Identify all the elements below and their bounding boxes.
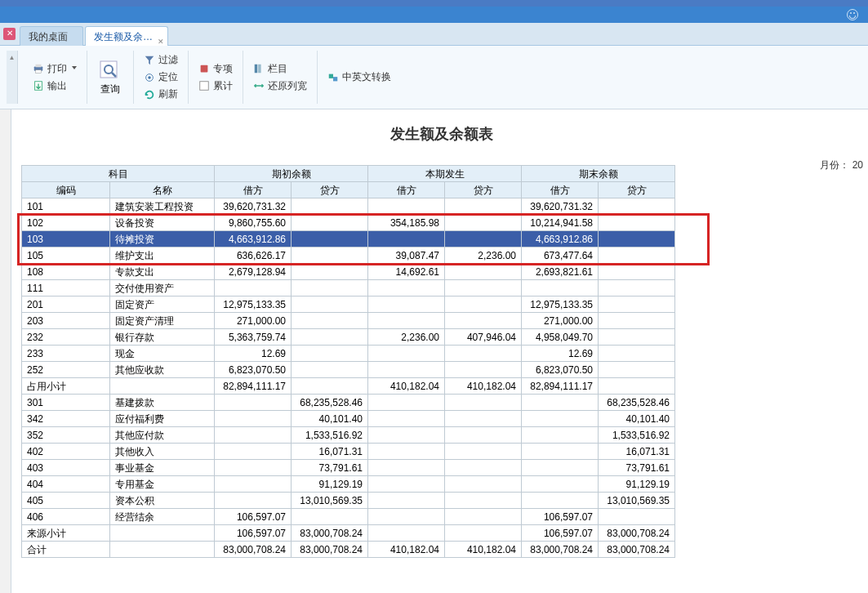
close-icon[interactable]: ✕ (158, 32, 164, 51)
special-label: 专项 (213, 62, 233, 76)
column-button[interactable]: 栏目 (250, 60, 310, 78)
ribbon-group-query: 查询 (87, 51, 134, 104)
refresh-label: 刷新 (158, 87, 178, 101)
svg-rect-14 (333, 77, 337, 81)
ribbon-group-cols: 栏目 还原列宽 (243, 51, 318, 104)
ribbon-group-opts: 专项 累计 (189, 51, 243, 104)
app-header-bar (0, 7, 868, 23)
funnel-icon (144, 55, 155, 66)
svg-rect-11 (255, 65, 258, 74)
magnifier-icon (99, 58, 122, 81)
ribbon-group-lang: 中英文转换 (318, 51, 401, 104)
svg-rect-12 (258, 65, 261, 74)
lang-button[interactable]: 中英文转换 (324, 69, 394, 86)
ribbon-gutter: ▲ (7, 51, 18, 104)
lang-label: 中英文转换 (342, 70, 391, 84)
window-title-bar (0, 0, 868, 7)
width-icon (253, 80, 265, 91)
tab-desktop[interactable]: 我的桌面 (20, 26, 83, 46)
svg-rect-2 (36, 70, 42, 74)
ribbon-group-view: 过滤 定位 刷新 (134, 51, 189, 104)
tag-icon (198, 63, 210, 74)
tab-label: 发生额及余… (94, 31, 153, 42)
restore-width-button[interactable]: 还原列宽 (250, 78, 310, 95)
chevron-down-icon (72, 66, 77, 71)
checkbox-icon (198, 80, 210, 91)
svg-rect-13 (329, 74, 333, 78)
locate-label: 定位 (158, 70, 178, 84)
columns-icon (253, 63, 265, 74)
query-button[interactable]: 查询 (94, 55, 127, 100)
target-icon (144, 72, 155, 83)
ribbon-toolbar: ▲ 打印 输出 查询 过滤 (0, 46, 868, 109)
printer-icon (33, 63, 44, 74)
tab-strip: ✕ 我的桌面 发生额及余… ✕ (0, 23, 868, 46)
smile-icon[interactable] (847, 9, 858, 20)
tab-label: 我的桌面 (29, 31, 68, 42)
accum-button[interactable]: 累计 (195, 78, 236, 95)
special-button[interactable]: 专项 (195, 60, 236, 78)
filter-label: 过滤 (158, 53, 178, 67)
query-label: 查询 (100, 82, 120, 96)
refresh-button[interactable]: 刷新 (140, 86, 181, 103)
export-icon (33, 80, 44, 91)
close-all-icon[interactable]: ✕ (3, 28, 16, 40)
locate-button[interactable]: 定位 (140, 69, 181, 86)
translate-icon (327, 72, 339, 83)
export-button[interactable]: 输出 (29, 78, 80, 95)
accum-label: 累计 (213, 79, 233, 93)
restore-label: 还原列宽 (268, 79, 307, 93)
svg-rect-9 (201, 65, 208, 73)
export-label: 输出 (47, 79, 67, 93)
filter-button[interactable]: 过滤 (140, 51, 181, 69)
column-label: 栏目 (268, 62, 287, 76)
print-button[interactable]: 打印 (29, 60, 80, 78)
svg-point-8 (148, 76, 151, 79)
tab-report[interactable]: 发生额及余… ✕ (85, 26, 168, 46)
print-label: 打印 (47, 62, 67, 76)
svg-rect-1 (36, 65, 42, 68)
svg-rect-10 (200, 82, 209, 91)
refresh-icon (144, 89, 155, 100)
ribbon-group-file: 打印 输出 (23, 51, 87, 104)
